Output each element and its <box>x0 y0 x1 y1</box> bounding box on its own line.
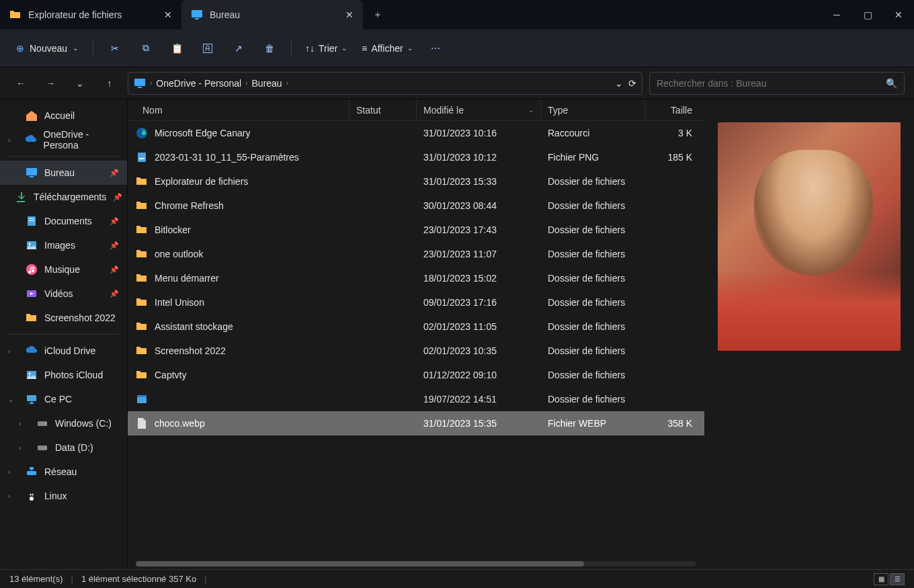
expand-icon[interactable]: › <box>19 420 30 427</box>
view-button[interactable]: ≡ Afficher ⌄ <box>356 39 417 58</box>
new-button[interactable]: ⊕ Nouveau ⌄ <box>9 39 85 58</box>
file-row[interactable]: Captvty 01/12/2022 09:10 Dossier de fich… <box>128 363 704 387</box>
tab-bureau[interactable]: Bureau ✕ <box>181 0 363 30</box>
column-header-status[interactable]: Statut <box>349 99 417 120</box>
window-controls: ─ ▢ ✕ <box>821 0 914 30</box>
title-bar: Explorateur de fichiers ✕ Bureau ✕ ＋ ─ ▢… <box>0 0 914 30</box>
sidebar-item[interactable]: Vidéos📌 <box>0 282 127 306</box>
file-row[interactable]: Menu démarrer 18/01/2023 15:02 Dossier d… <box>128 266 704 290</box>
history-button[interactable]: ⌄ <box>69 72 91 95</box>
expand-icon[interactable]: ⌄ <box>8 396 19 403</box>
item-count: 13 élément(s) <box>9 574 63 584</box>
forward-button[interactable]: → <box>39 72 62 95</box>
cloud-icon <box>25 134 37 146</box>
expand-icon[interactable]: › <box>19 444 30 452</box>
file-row[interactable]: Explorateur de fichiers 31/01/2023 15:33… <box>128 169 704 194</box>
maximize-button[interactable]: ▢ <box>852 0 883 30</box>
view-details-button[interactable]: ☰ <box>890 573 905 585</box>
scrollbar-thumb[interactable] <box>136 561 584 566</box>
sidebar-item[interactable]: ›Réseau <box>0 460 127 484</box>
file-name: one outlook <box>155 249 203 259</box>
sidebar-item[interactable]: Documents📌 <box>0 209 127 233</box>
cut-button[interactable]: ✂ <box>101 36 128 60</box>
file-row[interactable]: Microsoft Edge Canary 31/01/2023 10:16 R… <box>128 121 704 145</box>
sidebar-item-home[interactable]: Accueil <box>0 103 127 128</box>
file-row[interactable]: 19/07/2022 14:51 Dossier de fichiers <box>128 387 704 411</box>
file-list: Nom Statut Modifié le⌄ Type Taille Micro… <box>128 99 704 569</box>
file-type: Dossier de fichiers <box>541 200 645 211</box>
sidebar-item[interactable]: Musique📌 <box>0 257 127 282</box>
sidebar-item[interactable]: ›Data (D:) <box>0 435 127 460</box>
delete-button[interactable]: 🗑 <box>256 36 283 60</box>
nav-row: ← → ⌄ ↑ › OneDrive - Personal › Bureau ›… <box>0 67 914 99</box>
sidebar-item[interactable]: Téléchargements📌 <box>0 185 127 209</box>
file-row[interactable]: Bitlocker 23/01/2023 17:43 Dossier de fi… <box>128 218 704 242</box>
edge-icon <box>136 127 148 139</box>
file-name: Captvty <box>155 370 186 380</box>
column-header-type[interactable]: Type <box>541 99 645 120</box>
tab-explorer[interactable]: Explorateur de fichiers ✕ <box>0 0 181 30</box>
add-tab-button[interactable]: ＋ <box>363 0 392 30</box>
sort-button[interactable]: ↑↓ Trier ⌄ <box>300 39 352 58</box>
search-box[interactable]: 🔍 <box>649 72 905 95</box>
breadcrumb[interactable]: › OneDrive - Personal › Bureau › ⌄ ⟳ <box>128 72 642 95</box>
close-tab-icon[interactable]: ✕ <box>164 9 172 20</box>
breadcrumb-dropdown-icon[interactable]: ⌄ <box>615 78 623 89</box>
file-type: Dossier de fichiers <box>541 370 645 380</box>
file-row[interactable]: Intel Unison 09/01/2023 17:16 Dossier de… <box>128 290 704 314</box>
file-modified: 19/07/2022 14:51 <box>417 394 541 405</box>
file-row[interactable]: Assistant stockage 02/01/2023 11:05 Doss… <box>128 314 704 339</box>
refresh-button[interactable]: ⟳ <box>628 78 636 89</box>
sidebar-item[interactable]: Photos iCloud <box>0 363 127 387</box>
up-button[interactable]: ↑ <box>98 72 121 95</box>
column-header-size[interactable]: Taille <box>645 99 699 120</box>
file-row[interactable]: Screenshot 2022 02/01/2023 10:35 Dossier… <box>128 339 704 363</box>
expand-icon[interactable]: › <box>8 493 19 500</box>
sidebar-item[interactable]: ›Linux <box>0 484 127 508</box>
more-button[interactable]: ⋯ <box>422 36 449 60</box>
file-name: Intel Unison <box>155 297 204 308</box>
file-row[interactable]: choco.webp 31/01/2023 15:35 Fichier WEBP… <box>128 411 704 435</box>
minimize-button[interactable]: ─ <box>821 0 852 30</box>
sidebar-item-onedrive[interactable]: › OneDrive - Persona <box>0 128 127 152</box>
png-icon <box>136 151 148 163</box>
sidebar-item[interactable]: ›iCloud Drive <box>0 339 127 363</box>
sidebar-item[interactable]: ›Windows (C:) <box>0 411 127 435</box>
file-modified: 23/01/2023 17:43 <box>417 224 541 235</box>
column-header-modified[interactable]: Modifié le⌄ <box>417 99 541 120</box>
sidebar-label: Vidéos <box>44 288 73 299</box>
copy-button[interactable]: ⧉ <box>132 36 159 60</box>
view-thumbnails-button[interactable]: ▦ <box>874 573 888 585</box>
paste-button[interactable]: 📋 <box>163 36 190 60</box>
file-row[interactable]: 2023-01-31 10_11_55-Paramètres 31/01/202… <box>128 145 704 169</box>
pin-icon: 📌 <box>110 217 119 226</box>
close-tab-icon[interactable]: ✕ <box>345 9 354 20</box>
file-name: Microsoft Edge Canary <box>155 128 250 138</box>
file-row[interactable]: one outlook 23/01/2023 11:07 Dossier de … <box>128 242 704 266</box>
search-icon[interactable]: 🔍 <box>886 78 897 89</box>
desktop-icon <box>26 167 38 179</box>
back-button[interactable]: ← <box>9 72 32 95</box>
sidebar-item[interactable]: Screenshot 2022 <box>0 306 127 330</box>
sidebar-item[interactable]: Images📌 <box>0 233 127 257</box>
view-label: Afficher <box>371 43 403 54</box>
sidebar-item[interactable]: ⌄Ce PC <box>0 387 127 411</box>
expand-icon[interactable]: › <box>8 468 19 476</box>
file-row[interactable]: Chrome Refresh 30/01/2023 08:44 Dossier … <box>128 194 704 218</box>
breadcrumb-segment[interactable]: Bureau <box>252 78 282 89</box>
doc-side-icon <box>26 215 38 227</box>
horizontal-scrollbar[interactable] <box>136 561 696 566</box>
file-name: Bitlocker <box>155 224 191 235</box>
file-type: Dossier de fichiers <box>541 394 645 405</box>
expand-icon[interactable]: › <box>8 347 19 355</box>
close-window-button[interactable]: ✕ <box>883 0 914 30</box>
expand-icon[interactable]: › <box>8 136 18 144</box>
breadcrumb-segment[interactable]: OneDrive - Personal <box>156 78 241 89</box>
sidebar-item[interactable]: Bureau📌 <box>0 161 127 185</box>
folder-icon <box>136 175 148 187</box>
share-button[interactable]: ↗ <box>225 36 252 60</box>
column-header-name[interactable]: Nom <box>128 99 349 120</box>
rename-button[interactable]: 🄰 <box>194 36 221 60</box>
search-input[interactable] <box>657 78 886 89</box>
file-type: Dossier de fichiers <box>541 297 645 308</box>
